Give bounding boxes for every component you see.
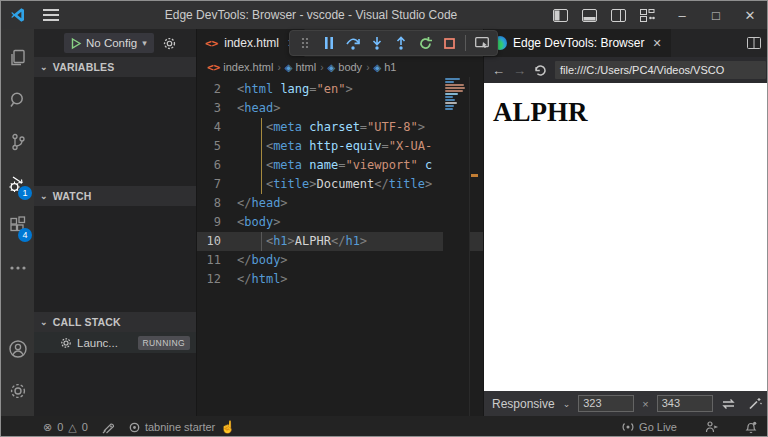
forward-icon[interactable]: →: [513, 63, 526, 78]
line-number: 7: [197, 175, 237, 194]
errors-icon: ⊗: [43, 421, 52, 434]
code-line[interactable]: 2<html lang="en">: [197, 80, 483, 99]
debug-settings-gear-icon[interactable]: [162, 36, 177, 51]
errors-count: 0: [57, 421, 63, 433]
html-file-icon: <>: [207, 61, 220, 74]
tabnine-status[interactable]: tabnine starter ☝: [129, 420, 235, 434]
more-views-icon[interactable]: [1, 247, 34, 289]
minimap[interactable]: [443, 77, 469, 416]
line-number: 6: [197, 156, 237, 175]
chevron-down-icon: ⌄: [563, 399, 571, 409]
pointing-hand-icon: ☝: [220, 420, 235, 434]
breadcrumb-item-html[interactable]: html: [295, 61, 316, 73]
tab-edge-devtools-browser[interactable]: Edge DevTools: Browser ✕: [484, 29, 671, 57]
browser-viewport[interactable]: ALPHR: [484, 83, 768, 391]
restart-icon[interactable]: [414, 32, 436, 54]
breadcrumb-separator: ›: [277, 62, 280, 73]
live-share-button[interactable]: [705, 421, 717, 433]
start-debug-icon[interactable]: [71, 38, 81, 49]
close-button[interactable]: ✕: [733, 1, 767, 29]
viewport-height-input[interactable]: 343: [657, 395, 713, 412]
call-stack-label: CALL STACK: [53, 316, 121, 328]
activity-bar: 1 4: [1, 29, 34, 416]
settings-gear-icon[interactable]: [1, 370, 34, 412]
code-line[interactable]: 8</head>: [197, 194, 483, 213]
magic-wand-icon[interactable]: [748, 397, 762, 410]
breadcrumb-item-file[interactable]: index.html: [223, 61, 273, 73]
url-input[interactable]: file:///C:/Users/PC4/Videos/VSCO: [555, 61, 766, 79]
explorer-icon[interactable]: [1, 37, 34, 79]
extensions-icon[interactable]: 4: [1, 205, 34, 247]
pause-icon[interactable]: [318, 32, 340, 54]
breadcrumb: <> index.html › ◈ html › ◈ body › ◈ h1: [197, 57, 483, 77]
toggle-sidebar-icon[interactable]: [553, 9, 568, 22]
device-toolbar: Responsive ⌄ 323 × 343: [484, 391, 768, 416]
breadcrumb-separator: ›: [366, 62, 369, 73]
overview-ruler[interactable]: [469, 77, 483, 416]
rotate-viewport-icon[interactable]: [721, 398, 736, 410]
code-editor[interactable]: 2<html lang="en">3<head>4 <meta charset=…: [197, 77, 483, 416]
run-debug-icon[interactable]: 1: [1, 163, 34, 205]
code-line[interactable]: 11</body>: [197, 251, 483, 270]
screencast-icon[interactable]: [471, 32, 493, 54]
code-line[interactable]: 12</html>: [197, 270, 483, 289]
customize-layout-icon[interactable]: [640, 9, 655, 22]
device-mode-dropdown[interactable]: Responsive: [492, 397, 555, 411]
notifications-button[interactable]: [745, 421, 757, 434]
launch-config-dropdown[interactable]: No Config ▾: [64, 33, 154, 53]
code-line[interactable]: 10 <h1>ALPHR</h1>: [197, 232, 483, 251]
tab-close-icon[interactable]: ✕: [652, 37, 661, 50]
viewport-width-input[interactable]: 323: [578, 395, 634, 412]
tab-label: index.html: [224, 36, 279, 50]
call-stack-section-header[interactable]: ⌄ CALL STACK: [34, 312, 196, 332]
call-stack-body: [34, 353, 196, 416]
line-number: 12: [197, 270, 237, 289]
chevron-down-icon: ⌄: [40, 191, 48, 201]
ports-indicator[interactable]: [102, 421, 115, 433]
back-icon[interactable]: ←: [492, 63, 505, 78]
toggle-secondary-sidebar-icon[interactable]: [611, 9, 626, 22]
vscode-window: Edge DevTools: Browser - vscode - Visual…: [0, 0, 768, 437]
accounts-icon[interactable]: [1, 328, 34, 370]
toggle-panel-icon[interactable]: [582, 9, 597, 22]
toolbar-grip[interactable]: [294, 32, 316, 54]
code-line[interactable]: 3<head>: [197, 99, 483, 118]
code-line[interactable]: 5 <meta http-equiv="X-UA-: [197, 137, 483, 156]
step-into-icon[interactable]: [366, 32, 388, 54]
page-heading: ALPHR: [493, 97, 768, 128]
reload-icon[interactable]: [534, 64, 547, 77]
breadcrumb-separator: ›: [320, 62, 323, 73]
split-editor-icon[interactable]: [747, 37, 761, 49]
search-icon[interactable]: [1, 79, 34, 121]
status-bar: ⊗ 0 △ 0 tabnine starter ☝ Go Live: [1, 416, 767, 437]
line-number: 4: [197, 118, 237, 137]
go-live-button[interactable]: Go Live: [622, 421, 677, 433]
tabnine-label: tabnine starter: [145, 421, 215, 433]
code-line[interactable]: 7 <title>Document</title>: [197, 175, 483, 194]
line-number: 3: [197, 99, 237, 118]
editor-group: <> index.html ✕: [197, 29, 483, 416]
breadcrumb-item-h1[interactable]: h1: [384, 61, 396, 73]
call-stack-session-row[interactable]: Launc... RUNNING: [34, 332, 196, 353]
step-out-icon[interactable]: [390, 32, 412, 54]
variables-section-header[interactable]: ⌄ VARIABLES: [34, 57, 196, 77]
variables-body: [34, 77, 196, 186]
watch-section-header[interactable]: ⌄ WATCH: [34, 186, 196, 206]
problems-indicator[interactable]: ⊗ 0 △ 0: [43, 421, 88, 434]
stop-icon[interactable]: [438, 32, 460, 54]
extensions-badge: 4: [18, 228, 32, 242]
line-number: 5: [197, 137, 237, 156]
menu-icon[interactable]: [43, 9, 59, 21]
minimize-button[interactable]: –: [665, 1, 699, 29]
code-line[interactable]: 6 <meta name="viewport" c: [197, 156, 483, 175]
breadcrumb-item-body[interactable]: body: [338, 61, 362, 73]
step-over-icon[interactable]: [342, 32, 364, 54]
active-indent-guide: [261, 118, 262, 194]
source-control-icon[interactable]: [1, 121, 34, 163]
person-icon: [705, 421, 717, 433]
code-line[interactable]: 4 <meta charset="UTF-8">: [197, 118, 483, 137]
maximize-button[interactable]: □: [699, 1, 733, 29]
modified-line-marker: [471, 174, 478, 177]
code-line[interactable]: 9<body>: [197, 213, 483, 232]
indent-guide: [261, 232, 262, 251]
